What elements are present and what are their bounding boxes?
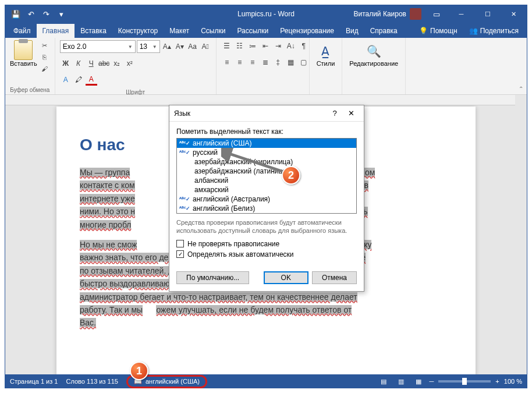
copy-icon[interactable]: ⎘	[40, 52, 50, 62]
dialog-info: Средства проверки правописания будут авт…	[176, 218, 357, 235]
align-center-icon[interactable]: ≡	[234, 56, 246, 68]
zoom-out-icon[interactable]: ─	[430, 378, 434, 385]
maximize-button[interactable]: ☐	[474, 5, 501, 23]
text-effects-icon[interactable]: A	[60, 74, 72, 86]
dialog-title: Язык	[174, 109, 327, 118]
dialog-close-button[interactable]: ✕	[343, 109, 359, 118]
align-right-icon[interactable]: ≡	[247, 56, 258, 68]
lang-item[interactable]: амхарский	[177, 185, 356, 194]
share-button[interactable]: 👥Поделиться	[463, 24, 524, 38]
word-count[interactable]: Слово 113 из 115	[66, 378, 118, 385]
group-paragraph: ☰ ☷ ≔ ⇤ ⇥ A↓ ¶ ≡ ≡ ≡ ≣ ‡ ▦ ▢	[217, 38, 310, 94]
ruler[interactable]	[5, 95, 515, 105]
default-button[interactable]: По умолчанию...	[176, 271, 249, 284]
user-account[interactable]: Виталий Каиров	[353, 8, 425, 20]
multilevel-icon[interactable]: ≔	[247, 40, 258, 52]
increase-indent-icon[interactable]: ⇥	[272, 40, 284, 52]
find-icon: 🔍	[365, 43, 382, 60]
tab-design[interactable]: Конструктор	[112, 24, 164, 38]
lang-item[interactable]: ᴬᴮᶜ✓английский (Австралия)	[177, 194, 356, 204]
checkbox-icon	[176, 240, 184, 247]
tab-help[interactable]: Справка	[364, 24, 403, 38]
ribbon: Вставить ✂ ⎘ 🖌 Буфер обмена Exo 2.0▼ 13▼…	[5, 38, 527, 95]
ribbon-tabs: Файл Главная Вставка Конструктор Макет С…	[5, 23, 527, 38]
lang-item[interactable]: ᴬᴮᶜ✓английский (Белиз)	[177, 204, 356, 213]
strike-button[interactable]: abc	[98, 58, 110, 69]
ribbon-options-icon[interactable]: ▭	[431, 8, 442, 20]
close-button[interactable]: ✕	[501, 5, 527, 23]
show-marks-icon[interactable]: ¶	[298, 40, 310, 52]
highlight-icon[interactable]: 🖍	[73, 74, 84, 86]
group-editing: 🔍 Редактирование	[342, 38, 406, 94]
annotation-marker-2: 2	[282, 166, 300, 185]
styles-button[interactable]: A̲ Стили	[314, 40, 338, 69]
tab-insert[interactable]: Вставка	[75, 24, 112, 38]
font-size-combo[interactable]: 13▼	[137, 40, 160, 53]
italic-button[interactable]: К	[73, 58, 84, 69]
checkbox-no-spellcheck[interactable]: Не проверять правописание	[176, 240, 357, 248]
format-painter-icon[interactable]: 🖌	[40, 63, 50, 74]
dialog-titlebar[interactable]: Язык ? ✕	[169, 105, 364, 122]
subscript-button[interactable]: x₂	[111, 58, 123, 69]
cancel-button[interactable]: Отмена	[312, 271, 357, 284]
web-layout-icon[interactable]: ▦	[412, 376, 425, 387]
underline-button[interactable]: Ч	[86, 58, 97, 69]
spellcheck-icon: ᴬᴮᶜ✓	[179, 196, 190, 202]
print-layout-icon[interactable]: ▥	[395, 376, 407, 387]
quick-access-toolbar: 💾 ↶ ↷ ▾	[5, 8, 72, 20]
bullets-icon[interactable]: ☰	[221, 40, 233, 52]
font-color-icon[interactable]: A	[86, 74, 97, 86]
zoom-level[interactable]: 100 %	[504, 378, 522, 385]
tab-home[interactable]: Главная	[37, 24, 75, 38]
lang-item[interactable]: азербайджанский (кириллица)	[177, 157, 356, 167]
superscript-button[interactable]: x²	[124, 58, 136, 69]
align-left-icon[interactable]: ≡	[221, 56, 233, 68]
checkbox-autodetect[interactable]: ✓ Определять язык автоматически	[176, 250, 357, 259]
tab-layout[interactable]: Макет	[164, 24, 195, 38]
sort-icon[interactable]: A↓	[285, 40, 297, 52]
paste-button[interactable]: Вставить	[10, 40, 37, 67]
lang-item-ru[interactable]: ᴬᴮᶜ✓русский	[177, 148, 356, 157]
tab-file[interactable]: Файл	[8, 24, 37, 38]
ok-button[interactable]: OK	[264, 271, 308, 284]
justify-icon[interactable]: ≣	[260, 56, 271, 68]
tab-mailings[interactable]: Рассылки	[231, 24, 274, 38]
cut-icon[interactable]: ✂	[40, 40, 50, 51]
tell-me[interactable]: 💡Помощн	[413, 24, 463, 38]
zoom-in-icon[interactable]: +	[495, 378, 499, 385]
undo-icon[interactable]: ↶	[25, 8, 37, 20]
font-name-combo[interactable]: Exo 2.0▼	[60, 40, 136, 53]
page-indicator[interactable]: Страница 1 из 1	[10, 378, 58, 385]
collapse-ribbon-icon[interactable]: ⌃	[519, 86, 523, 92]
window-title: Lumpics.ru - Word	[237, 10, 295, 18]
numbering-icon[interactable]: ☷	[234, 40, 246, 52]
line-spacing-icon[interactable]: ‡	[272, 56, 284, 68]
lang-item[interactable]: азербайджанский (латиница)	[177, 167, 356, 176]
tab-view[interactable]: Вид	[340, 24, 364, 38]
tab-review[interactable]: Рецензирование	[274, 24, 340, 38]
minimize-button[interactable]: ─	[448, 5, 474, 23]
borders-icon[interactable]: ▢	[298, 56, 310, 68]
grow-font-icon[interactable]: A▴	[161, 41, 173, 52]
qat-dropdown-icon[interactable]: ▾	[55, 8, 67, 20]
read-mode-icon[interactable]: ▤	[377, 376, 390, 387]
editing-button[interactable]: 🔍 Редактирование	[347, 40, 400, 69]
spellcheck-icon: ᴬᴮᶜ✓	[179, 150, 190, 155]
lang-item[interactable]: албанский	[177, 176, 356, 185]
clipboard-label: Буфер обмена	[10, 86, 50, 93]
bulb-icon: 💡	[419, 27, 428, 35]
lang-item-en-us[interactable]: ᴬᴮᶜ✓английский (США)	[177, 139, 356, 148]
bold-button[interactable]: Ж	[60, 58, 72, 69]
save-icon[interactable]: 💾	[10, 8, 22, 20]
titlebar: 💾 ↶ ↷ ▾ Lumpics.ru - Word Виталий Каиров…	[5, 5, 527, 23]
shrink-font-icon[interactable]: A▾	[174, 41, 186, 52]
zoom-slider[interactable]	[438, 380, 491, 383]
tab-references[interactable]: Ссылки	[195, 24, 231, 38]
decrease-indent-icon[interactable]: ⇤	[260, 40, 271, 52]
shading-icon[interactable]: ▦	[285, 56, 297, 68]
change-case-icon[interactable]: Aa	[187, 41, 198, 52]
language-list[interactable]: ᴬᴮᶜ✓английский (США) ᴬᴮᶜ✓русский азербай…	[176, 138, 357, 214]
redo-icon[interactable]: ↷	[40, 8, 52, 20]
clear-formatting-icon[interactable]: A⃠	[200, 41, 211, 52]
dialog-help-button[interactable]: ?	[327, 109, 343, 118]
